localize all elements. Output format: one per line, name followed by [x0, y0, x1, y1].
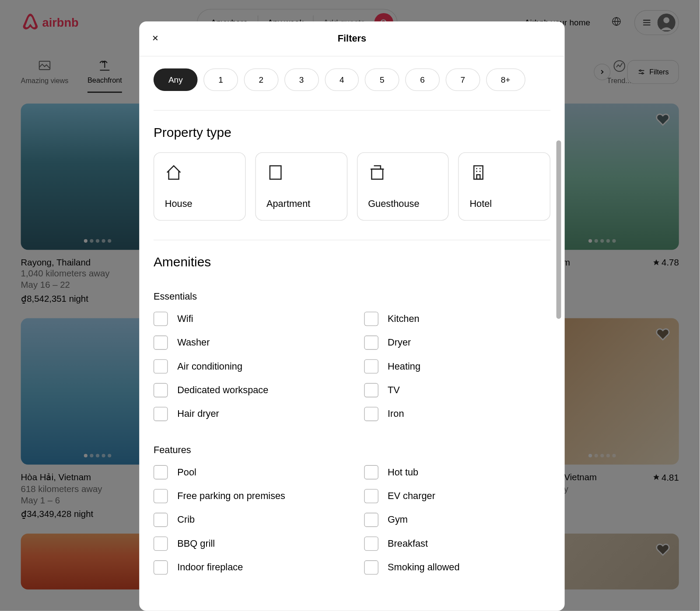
apartment-icon — [266, 164, 284, 182]
checkbox[interactable] — [154, 407, 168, 421]
pill-1[interactable]: 1 — [203, 68, 238, 91]
bed-pill-row: Any 1 2 3 4 5 6 7 8+ — [154, 56, 550, 110]
checkbox[interactable] — [364, 513, 378, 527]
amenities-title: Amenities — [154, 240, 550, 282]
amenity-label: Dryer — [388, 337, 411, 348]
property-type-apartment[interactable]: Apartment — [255, 152, 347, 220]
modal-body: Any 1 2 3 4 5 6 7 8+ Property type House… — [139, 56, 564, 611]
property-types-grid: House Apartment Guesthouse Hotel — [154, 152, 550, 240]
pill-2[interactable]: 2 — [244, 68, 278, 91]
house-icon — [165, 164, 183, 182]
pill-5[interactable]: 5 — [365, 68, 399, 91]
modal-header: Filters — [139, 21, 564, 56]
guesthouse-icon — [368, 164, 386, 182]
amenity-label: Iron — [388, 408, 404, 419]
features-grid: Pool Hot tub Free parking on premises EV… — [154, 465, 550, 589]
pill-7[interactable]: 7 — [446, 68, 480, 91]
checkbox[interactable] — [364, 489, 378, 503]
checkbox[interactable] — [154, 489, 168, 503]
pill-4[interactable]: 4 — [325, 68, 359, 91]
pill-any[interactable]: Any — [154, 68, 198, 91]
amenity-label: EV charger — [388, 491, 435, 501]
checkbox[interactable] — [154, 383, 168, 398]
scrollbar[interactable] — [556, 140, 561, 319]
property-type-house[interactable]: House — [154, 152, 245, 220]
amenity-indoor-fireplace[interactable]: Indoor fireplace — [154, 560, 340, 575]
property-type-label: House — [165, 199, 234, 209]
essentials-title: Essentials — [154, 282, 550, 312]
checkbox[interactable] — [154, 359, 168, 374]
modal-close-button[interactable] — [151, 34, 159, 44]
amenity-label: Dedicated workspace — [177, 385, 268, 395]
amenity-label: Air conditioning — [177, 361, 242, 372]
pill-6[interactable]: 6 — [405, 68, 440, 91]
property-type-label: Apartment — [266, 199, 336, 209]
property-type-hotel[interactable]: Hotel — [458, 152, 550, 220]
features-title: Features — [154, 436, 550, 465]
checkbox[interactable] — [154, 560, 168, 575]
amenity-hair-dryer[interactable]: Hair dryer — [154, 407, 340, 421]
modal-title: Filters — [338, 33, 366, 44]
amenity-wifi[interactable]: Wifi — [154, 312, 340, 326]
property-type-label: Hotel — [469, 199, 539, 209]
amenity-heating[interactable]: Heating — [364, 359, 550, 374]
pill-3[interactable]: 3 — [284, 68, 319, 91]
checkbox[interactable] — [154, 312, 168, 326]
amenity-breakfast[interactable]: Breakfast — [364, 537, 550, 551]
checkbox[interactable] — [364, 407, 378, 421]
amenity-ev-charger[interactable]: EV charger — [364, 489, 550, 503]
svg-rect-27 — [474, 166, 483, 179]
amenity-iron[interactable]: Iron — [364, 407, 550, 421]
amenity-washer[interactable]: Washer — [154, 335, 340, 350]
filters-modal: Filters Any 1 2 3 4 5 6 7 8+ Property ty… — [139, 21, 564, 611]
checkbox[interactable] — [154, 335, 168, 350]
amenity-label: Free parking on premises — [177, 491, 285, 501]
amenity-label: Breakfast — [388, 538, 428, 549]
property-type-guesthouse[interactable]: Guesthouse — [357, 152, 448, 220]
amenity-label: Gym — [388, 514, 408, 525]
amenity-kitchen[interactable]: Kitchen — [364, 312, 550, 326]
checkbox[interactable] — [364, 359, 378, 374]
checkbox[interactable] — [364, 537, 378, 551]
checkbox[interactable] — [364, 560, 378, 575]
amenity-label: Smoking allowed — [388, 562, 459, 573]
amenity-label: Crib — [177, 514, 195, 525]
amenity-label: Indoor fireplace — [177, 562, 243, 573]
checkbox[interactable] — [364, 312, 378, 326]
checkbox[interactable] — [154, 513, 168, 527]
svg-rect-28 — [477, 175, 480, 179]
amenity-tv[interactable]: TV — [364, 383, 550, 398]
svg-rect-26 — [371, 169, 383, 179]
essentials-grid: Wifi Kitchen Washer Dryer Air conditioni… — [154, 312, 550, 436]
amenity-label: TV — [388, 385, 400, 395]
amenity-gym[interactable]: Gym — [364, 513, 550, 527]
checkbox[interactable] — [364, 335, 378, 350]
amenity-crib[interactable]: Crib — [154, 513, 340, 527]
amenity-label: Kitchen — [388, 314, 420, 324]
pill-8plus[interactable]: 8+ — [486, 68, 525, 91]
amenity-free-parking[interactable]: Free parking on premises — [154, 489, 340, 503]
amenity-hot-tub[interactable]: Hot tub — [364, 465, 550, 480]
amenity-dryer[interactable]: Dryer — [364, 335, 550, 350]
amenity-label: Heating — [388, 361, 420, 372]
property-type-title: Property type — [154, 111, 550, 152]
amenity-pool[interactable]: Pool — [154, 465, 340, 480]
amenity-smoking-allowed[interactable]: Smoking allowed — [364, 560, 550, 575]
amenity-label: Washer — [177, 337, 210, 348]
amenity-label: Pool — [177, 467, 196, 478]
amenity-label: Wifi — [177, 314, 193, 324]
amenity-label: Hot tub — [388, 467, 418, 478]
property-type-label: Guesthouse — [368, 199, 438, 209]
amenity-air-conditioning[interactable]: Air conditioning — [154, 359, 340, 374]
amenity-dedicated-workspace[interactable]: Dedicated workspace — [154, 383, 340, 398]
checkbox[interactable] — [364, 465, 378, 480]
amenity-label: Hair dryer — [177, 408, 219, 419]
amenity-bbq-grill[interactable]: BBQ grill — [154, 537, 340, 551]
amenity-label: BBQ grill — [177, 538, 215, 549]
checkbox[interactable] — [154, 465, 168, 480]
checkbox[interactable] — [364, 383, 378, 398]
svg-rect-19 — [270, 166, 281, 179]
checkbox[interactable] — [154, 537, 168, 551]
hotel-icon — [469, 164, 487, 182]
close-icon — [151, 34, 159, 42]
